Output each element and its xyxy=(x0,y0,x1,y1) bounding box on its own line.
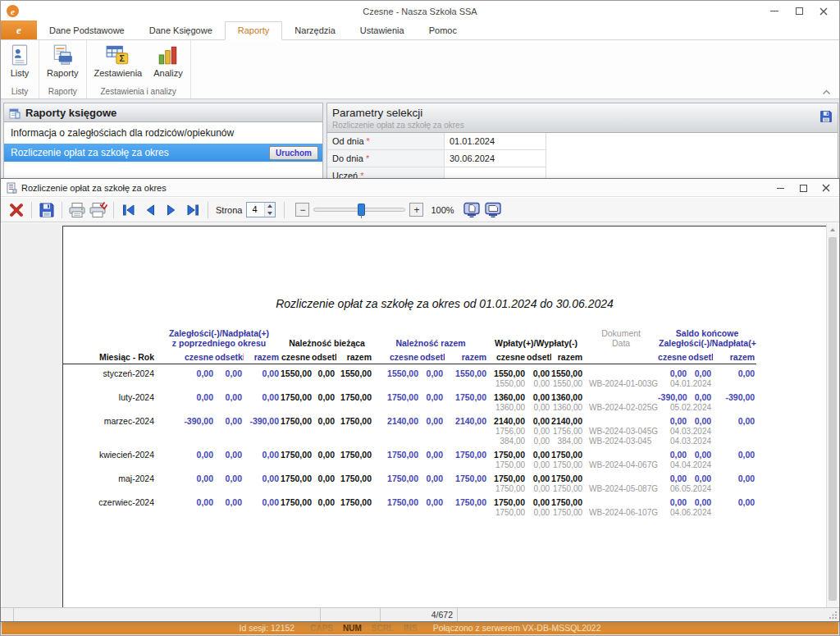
minimize-button[interactable] xyxy=(762,1,787,21)
vertical-scrollbar[interactable] xyxy=(826,223,838,607)
report-cell: 2140,00 xyxy=(488,412,527,426)
report-cell: 1750,00 xyxy=(551,483,584,493)
close-button[interactable] xyxy=(811,1,836,21)
landscape-view-icon[interactable] xyxy=(482,199,504,221)
portrait-view-icon[interactable] xyxy=(461,199,482,221)
print-icon[interactable] xyxy=(66,199,88,221)
raporty-button[interactable]: Raporty xyxy=(41,41,84,86)
report-cell: 0,00 xyxy=(527,460,551,469)
report-cell: 384,00 xyxy=(551,436,584,446)
report-cell xyxy=(713,460,756,469)
reports-panel-title: Raporty księgowe xyxy=(25,107,116,119)
report-cell: 0,00 xyxy=(527,436,551,446)
zestawienia-button[interactable]: Σ Zestawienia xyxy=(89,41,148,86)
report-cell xyxy=(584,412,658,426)
report-cell: 0,00 xyxy=(527,412,551,426)
app-menu-button[interactable]: e xyxy=(1,21,37,39)
first-page-icon[interactable] xyxy=(118,199,139,221)
report-cell: 0,00 xyxy=(688,469,713,483)
status-flags: CAPSNUMSCRLINS xyxy=(306,624,421,633)
ribbon-collapse-chevron-icon[interactable] xyxy=(822,89,831,95)
report-cell: 1750,00 xyxy=(551,469,584,483)
page-spinner-label: Strona xyxy=(216,205,242,215)
od-dnia-field[interactable]: 01.01.2024 xyxy=(445,133,546,150)
page-up-arrow[interactable] xyxy=(265,203,275,210)
report-cell: 1750,00 xyxy=(281,493,312,507)
report-cell: 0,00 xyxy=(688,364,713,379)
maximize-button[interactable] xyxy=(787,1,811,21)
group-label-listy: Listy xyxy=(2,86,37,98)
report-month-row: czerwiec-20240,000,000,001750,000,001750… xyxy=(63,493,756,507)
report-cell: WB-2024-05-087G xyxy=(584,483,658,493)
preview-toolbar: Strona 4 − + 100% xyxy=(1,198,839,222)
col-group-current: Należność bieżąca xyxy=(281,323,373,350)
save-parameters-icon[interactable] xyxy=(819,110,833,123)
keyboard-flag: SCRL xyxy=(368,624,398,633)
report-cell: 05.02.2024 xyxy=(658,402,713,412)
analizy-button[interactable]: Analizy xyxy=(148,41,188,86)
tab-raporty[interactable]: Raporty xyxy=(225,21,283,40)
do-dnia-field[interactable]: 30.06.2024 xyxy=(445,150,546,167)
zestawienia-button-label: Zestawienia xyxy=(94,68,143,78)
report-cell: 0,00 xyxy=(658,469,688,483)
ribbon-group-listy: Listy Listy xyxy=(1,40,39,98)
print-setup-icon[interactable] xyxy=(88,199,109,221)
report-cell: 0,00 xyxy=(158,469,215,483)
last-page-icon[interactable] xyxy=(182,199,203,221)
report-list-item[interactable]: Informacja o zaległościach dla rodziców/… xyxy=(4,122,322,144)
report-cell: kwiecień-2024 xyxy=(63,446,158,460)
preview-minimize-button[interactable] xyxy=(769,179,792,197)
report-cell: czerwiec-2024 xyxy=(63,493,158,507)
uruchom-button[interactable]: Uruchom xyxy=(269,146,318,160)
report-list-item-selected[interactable]: Rozliczenie opłat za szkołę za okres Uru… xyxy=(4,144,322,162)
page-indicator: 4/672 xyxy=(381,608,458,621)
report-cell: 0,00 xyxy=(158,446,215,460)
report-cell: 1360,00 xyxy=(488,388,527,402)
report-cell: 0,00 xyxy=(713,446,756,460)
report-cell xyxy=(158,402,488,412)
report-cell xyxy=(63,507,158,517)
report-cell: 0,00 xyxy=(527,388,551,402)
page-down-arrow[interactable] xyxy=(265,210,275,217)
col-group-document: Dokument Data xyxy=(584,323,658,350)
close-preview-icon[interactable] xyxy=(6,199,27,221)
preview-maximize-button[interactable] xyxy=(792,179,815,197)
ribbon-group-zestawienia: Σ Zestawienia Analizy Zestawienia i anal… xyxy=(87,40,191,98)
analizy-button-label: Analizy xyxy=(153,68,182,78)
keyboard-flag: NUM xyxy=(339,624,366,633)
window-title: Czesne - Nasza Szkoła SSA xyxy=(1,7,839,16)
next-page-icon[interactable] xyxy=(161,199,182,221)
report-cell xyxy=(584,469,658,483)
report-cell: 0,00 xyxy=(658,493,688,507)
scrollbar-thumb[interactable] xyxy=(829,237,837,601)
resize-grip-icon[interactable] xyxy=(829,611,838,620)
save-report-icon[interactable] xyxy=(36,199,57,221)
report-cell: 0,00 xyxy=(215,446,244,460)
tab-ustawienia[interactable]: Ustawienia xyxy=(348,22,417,39)
server-connection-label: Połączono z serwerem VX-DB-MSSQL2022 xyxy=(433,623,601,633)
tab-dane-ksiegowe[interactable]: Dane Księgowe xyxy=(137,22,225,39)
ribbon-group-raporty: Raporty Raporty xyxy=(39,40,87,98)
report-cell: 384,00 xyxy=(488,436,527,446)
previous-page-icon[interactable] xyxy=(139,199,161,221)
report-cell: 0,00 xyxy=(713,469,756,483)
page-number-value[interactable]: 4 xyxy=(247,203,265,217)
listy-button[interactable]: Listy xyxy=(2,41,37,86)
tab-dane-podstawowe[interactable]: Dane Podstawowe xyxy=(37,22,137,39)
tab-narzedzia[interactable]: Narzędzia xyxy=(282,22,348,39)
zoom-out-button[interactable]: − xyxy=(295,203,309,217)
report-cell xyxy=(713,436,756,446)
group-label-raporty: Raporty xyxy=(41,86,84,98)
report-cell: -390,00 xyxy=(713,388,756,402)
scroll-up-arrow-icon[interactable] xyxy=(827,223,838,236)
zoom-slider-thumb[interactable] xyxy=(358,204,365,216)
page-number-spinner[interactable]: 4 xyxy=(246,202,276,217)
zoom-slider[interactable] xyxy=(313,203,405,217)
report-cell: 0,00 xyxy=(158,364,215,379)
report-cell xyxy=(63,460,158,469)
parameters-panel-subtitle: Rozliczenie opłat za szkołę za okres xyxy=(332,121,833,130)
tab-pomoc[interactable]: Pomoc xyxy=(417,22,469,39)
preview-close-button[interactable] xyxy=(815,179,838,197)
zoom-in-button[interactable]: + xyxy=(409,203,423,217)
report-cell: -390,00 xyxy=(244,412,281,426)
